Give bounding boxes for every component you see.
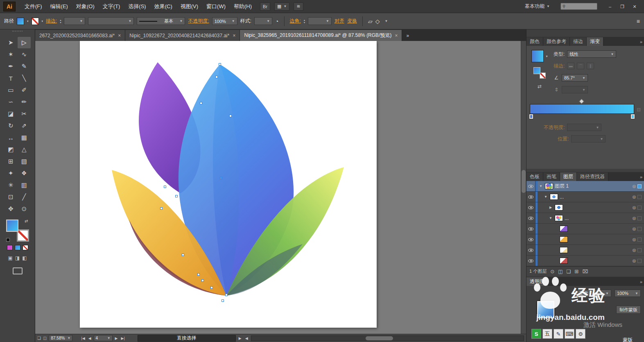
- gradient-preview-bar[interactable]: [530, 104, 634, 114]
- layer-thumbnail[interactable]: [555, 215, 563, 221]
- selection-indicator[interactable]: [637, 216, 642, 220]
- bridge-button[interactable]: Br: [260, 2, 270, 11]
- corner-stepper[interactable]: ▴▾: [304, 19, 305, 24]
- chevron-down-icon[interactable]: ▼: [384, 19, 388, 23]
- target-icon[interactable]: ◎: [631, 205, 637, 210]
- tab-close-icon[interactable]: ×: [395, 33, 398, 39]
- panel-tab[interactable]: 路径查找器: [577, 172, 608, 181]
- expand-toggle-icon[interactable]: ▼: [538, 184, 543, 188]
- make-mask-button[interactable]: 制作蒙版: [616, 306, 641, 314]
- selection-indicator[interactable]: [637, 184, 642, 188]
- panel-tab[interactable]: 图层: [560, 172, 577, 181]
- delete-layer-icon[interactable]: ⌧: [582, 269, 588, 274]
- color-button[interactable]: [7, 245, 13, 250]
- status-icon-a[interactable]: ❏: [37, 336, 41, 340]
- selection-indicator[interactable]: [637, 195, 642, 199]
- menu-item[interactable]: 帮助(H): [230, 0, 256, 13]
- horizontal-scrollbar-thumb[interactable]: [366, 336, 393, 340]
- chevron-down-icon[interactable]: ▾: [546, 54, 547, 58]
- panel-collapse-icon[interactable]: »: [640, 279, 642, 286]
- expand-toggle-icon[interactable]: ▼: [548, 216, 553, 220]
- selection-indicator[interactable]: [637, 206, 642, 210]
- stroke-gradient-within-icon[interactable]: ▬: [567, 63, 574, 69]
- corner-select[interactable]: ▼: [308, 17, 332, 25]
- opacity-field[interactable]: 100%▼: [212, 17, 237, 25]
- shape-builder-tool[interactable]: ◩: [4, 144, 18, 155]
- horizontal-scrollbar[interactable]: [251, 335, 524, 341]
- shaper-tool[interactable]: ∽: [4, 96, 18, 108]
- layer-thumbnail[interactable]: [560, 258, 568, 264]
- rotate-tool[interactable]: ↻: [4, 120, 18, 131]
- visibility-toggle[interactable]: [526, 202, 536, 213]
- status-expand-icon[interactable]: ▶: [238, 336, 242, 340]
- artboard[interactable]: [80, 41, 377, 328]
- status-icon-b[interactable]: ◫: [43, 336, 47, 340]
- layer-thumbnail[interactable]: [550, 194, 558, 200]
- ime-icon[interactable]: 五: [542, 329, 552, 339]
- selection-indicator[interactable]: [637, 259, 642, 263]
- arrange-documents-button[interactable]: ▦ ▼: [274, 2, 289, 11]
- gradient-midpoint-handle[interactable]: [579, 99, 584, 104]
- ime-icon[interactable]: ⚙: [576, 329, 585, 339]
- target-icon[interactable]: ◎: [631, 195, 637, 199]
- column-graph-tool[interactable]: ▥: [18, 179, 31, 191]
- layer-label[interactable]: 图层 1: [555, 183, 631, 190]
- new-sublayer-icon[interactable]: ❏: [567, 269, 571, 274]
- stroke-proxy-icon[interactable]: [540, 72, 546, 79]
- gradient-stop-start[interactable]: [529, 114, 533, 119]
- stroke-color-swatch[interactable]: [32, 18, 39, 25]
- last-artboard-button[interactable]: ▶|: [120, 336, 126, 340]
- symbol-sprayer-tool[interactable]: ✳: [4, 179, 18, 191]
- align-link[interactable]: 对齐: [334, 18, 344, 25]
- hscroll-left-icon[interactable]: ◀: [244, 336, 249, 340]
- layer-label[interactable]: ...: [560, 194, 631, 200]
- swap-fill-stroke-icon[interactable]: ⇄: [25, 219, 28, 223]
- pen-tool[interactable]: ✒: [4, 61, 18, 72]
- menu-item[interactable]: 编辑(E): [46, 0, 72, 13]
- layer-thumbnail[interactable]: [560, 236, 568, 242]
- new-layer-icon[interactable]: ⊞: [574, 269, 578, 274]
- document-tab[interactable]: Nipic_10922672_20200408214242684037.ai* …: [125, 30, 240, 41]
- lasso-tool[interactable]: ∿: [18, 49, 31, 60]
- envelope-distort-icon[interactable]: ◇: [375, 18, 380, 25]
- expand-toggle-icon[interactable]: ▼: [543, 195, 548, 199]
- first-artboard-button[interactable]: |◀: [80, 336, 86, 340]
- target-icon[interactable]: ◎: [631, 226, 637, 231]
- fill-swatch[interactable]: [6, 220, 18, 232]
- layer-thumbnail[interactable]: [560, 226, 568, 232]
- panel-tab[interactable]: 颜色参考: [543, 37, 570, 46]
- previous-artboard-button[interactable]: ◀: [88, 336, 92, 340]
- visibility-toggle[interactable]: [526, 213, 536, 223]
- layer-row[interactable]: ▼ ... ◎: [526, 213, 644, 224]
- window-button[interactable]: ❐: [616, 2, 628, 11]
- object-thumbnail[interactable]: [537, 301, 554, 318]
- transform-link[interactable]: 变换: [347, 18, 357, 25]
- vertical-scrollbar-thumb[interactable]: [522, 170, 526, 193]
- layer-row[interactable]: ▼ 图层 1 ◎: [526, 181, 644, 192]
- panel-tab[interactable]: 描边: [570, 37, 587, 46]
- free-transform-tool[interactable]: ▦: [18, 132, 31, 143]
- ime-icon[interactable]: S: [531, 329, 541, 339]
- tab-close-icon[interactable]: ×: [233, 33, 235, 39]
- document-tab[interactable]: 2672_20200325203401665083.ai* ×: [35, 30, 125, 41]
- artboard-tool[interactable]: ⊡: [4, 191, 18, 203]
- default-fill-stroke-icon[interactable]: [6, 238, 10, 242]
- menu-item[interactable]: 窗口(W): [202, 0, 230, 13]
- layer-row[interactable]: ◎: [526, 224, 644, 234]
- eraser-tool[interactable]: ◪: [4, 108, 18, 120]
- screen-mode-button[interactable]: [13, 267, 23, 274]
- gradient-swatch[interactable]: [531, 50, 544, 62]
- expand-toggle-icon[interactable]: ▶: [548, 206, 553, 209]
- layer-thumbnail[interactable]: [555, 204, 563, 211]
- workspace-switcher[interactable]: 基本功能 ▼: [521, 3, 554, 10]
- gradient-type-select[interactable]: 线性 ▼: [567, 50, 616, 58]
- chevron-down-icon[interactable]: ▾: [42, 20, 43, 23]
- ime-icon[interactable]: ✎: [554, 329, 563, 339]
- fill-stroke-indicator[interactable]: ⇄: [6, 220, 29, 242]
- width-tool[interactable]: ↔: [4, 132, 18, 143]
- layer-row[interactable]: ◎: [526, 234, 644, 245]
- opacity-link[interactable]: 不透明度:: [188, 18, 209, 25]
- menu-item[interactable]: 效果(C): [150, 0, 176, 13]
- stroke-weight-select[interactable]: ▼: [64, 17, 85, 25]
- menu-item[interactable]: 文件(F): [20, 0, 46, 13]
